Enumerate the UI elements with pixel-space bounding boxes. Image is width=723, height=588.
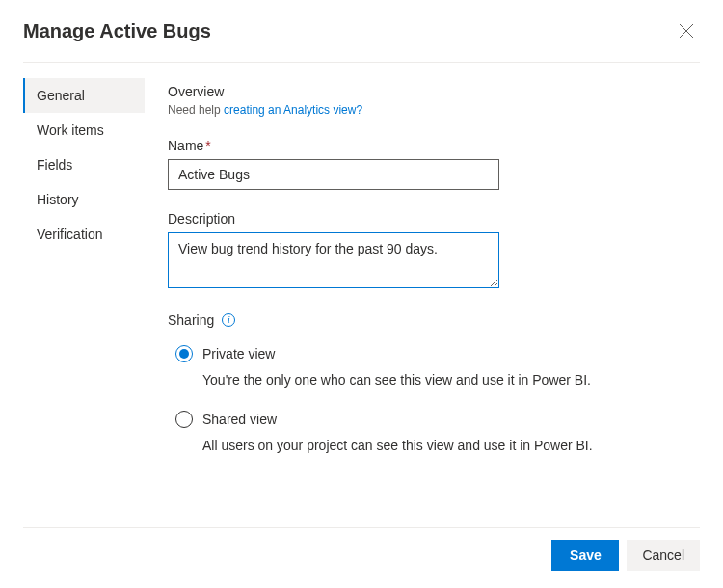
sidebar-item-fields[interactable]: Fields [23, 147, 145, 182]
dialog-body: General Work items Fields History Verifi… [0, 63, 723, 476]
radio-button-icon [175, 411, 193, 428]
sharing-option-shared: Shared view All users on your project ca… [168, 411, 700, 453]
sharing-option-private: Private view You're the only one who can… [168, 345, 700, 388]
required-indicator: * [205, 138, 210, 153]
name-input[interactable] [168, 159, 499, 190]
radio-shared[interactable]: Shared view [175, 411, 700, 428]
radio-label: Private view [202, 346, 275, 361]
footer-divider [23, 527, 700, 528]
cancel-button[interactable]: Cancel [627, 540, 700, 571]
sidebar: General Work items Fields History Verifi… [0, 70, 145, 476]
dialog-header: Manage Active Bugs [0, 0, 723, 62]
dialog-title: Manage Active Bugs [23, 20, 211, 42]
sidebar-item-label: General [37, 88, 85, 103]
sidebar-item-verification[interactable]: Verification [23, 217, 145, 252]
help-text: Need help creating an Analytics view? [168, 103, 700, 117]
sharing-header: Sharing i [168, 312, 700, 328]
close-button[interactable] [673, 17, 700, 44]
help-prefix: Need help [168, 103, 224, 117]
name-field: Name* [168, 138, 700, 190]
save-button[interactable]: Save [551, 540, 619, 571]
description-field: Description [168, 211, 700, 291]
sidebar-item-label: Verification [37, 227, 102, 242]
radio-label: Shared view [202, 412, 277, 427]
radio-description: All users on your project can see this v… [202, 438, 700, 453]
radio-description: You're the only one who can see this vie… [202, 372, 700, 388]
description-input[interactable] [168, 232, 499, 288]
sidebar-item-label: Fields [37, 157, 72, 173]
sidebar-item-work-items[interactable]: Work items [23, 113, 145, 147]
sidebar-item-general[interactable]: General [23, 78, 145, 113]
sidebar-item-label: History [37, 192, 79, 207]
close-icon [679, 23, 694, 39]
dialog-footer: Save Cancel [551, 540, 700, 571]
radio-dot-icon [179, 349, 189, 359]
sidebar-item-history[interactable]: History [23, 182, 145, 217]
overview-title: Overview [168, 84, 700, 99]
main-panel: Overview Need help creating an Analytics… [145, 70, 723, 476]
info-icon[interactable]: i [222, 313, 235, 327]
radio-private[interactable]: Private view [175, 345, 700, 362]
sharing-label: Sharing [168, 312, 214, 328]
name-label: Name* [168, 138, 700, 153]
description-label: Description [168, 211, 700, 227]
radio-button-icon [175, 345, 193, 362]
help-link[interactable]: creating an Analytics view? [224, 103, 362, 117]
sidebar-item-label: Work items [37, 122, 104, 138]
